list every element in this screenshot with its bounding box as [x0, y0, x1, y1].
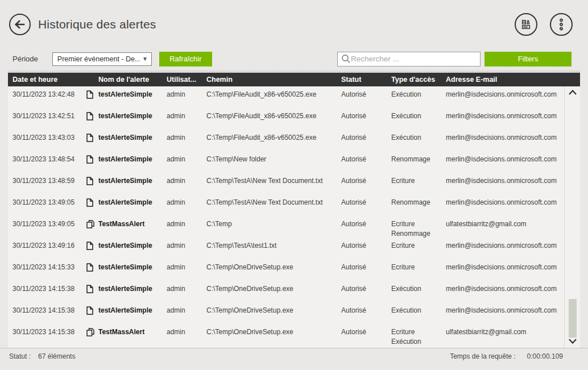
cell-access-type: Exécution [391, 111, 446, 130]
cell-user: admin [167, 90, 206, 108]
table-row[interactable]: 30/11/2023 14:15:38 testAlerteSimple adm… [13, 281, 564, 302]
cell-email: merlin@isdecisions.onmicrosoft.com [446, 306, 562, 324]
cell-alert-name: testAlerteSimple [98, 155, 167, 173]
table-row[interactable]: 30/11/2023 14:15:33 testAlerteSimple adm… [13, 259, 564, 281]
column-header-4[interactable]: Statut [341, 76, 391, 84]
table-row[interactable]: 30/11/2023 13:42:51 testAlerteSimple adm… [13, 108, 564, 130]
page-title: Historique des alertes [38, 18, 156, 31]
cell-access-type: Exécution [391, 133, 446, 151]
cell-access-type: Exécution [391, 284, 446, 302]
table-row[interactable]: 30/11/2023 13:43:03 testAlerteSimple adm… [13, 130, 564, 151]
column-header-3[interactable]: Chemin [206, 76, 341, 84]
table-row[interactable]: 30/11/2023 13:48:54 testAlerteSimple adm… [13, 151, 564, 173]
cell-path: C:\Temp\FileAudit_x86-v650025.exe [206, 90, 341, 108]
column-header-5[interactable]: Type d'accès [391, 76, 446, 84]
cell-email: merlin@isdecisions.onmicrosoft.com [446, 90, 562, 108]
cell-path: C:\Temp\New folder [206, 155, 341, 173]
table-body: 30/11/2023 13:42:48 testAlerteSimple adm… [8, 86, 565, 348]
caret-down-icon: ▼ [142, 56, 148, 62]
cell-email: merlin@isdecisions.onmicrosoft.com [446, 284, 562, 302]
scroll-up-button[interactable] [565, 88, 580, 97]
scrollbar-thumb[interactable] [569, 299, 577, 338]
period-dropdown[interactable]: Premier événement - De... ▼ [52, 52, 152, 66]
status-bar: Statut : 67 éléments Temps de la requête… [0, 348, 588, 370]
refresh-button[interactable]: Rafraîchir [159, 52, 212, 66]
back-button[interactable] [9, 14, 31, 35]
cell-status: Autorisé [341, 90, 391, 108]
title-bar: Historique des alertes [0, 0, 588, 48]
search-icon [341, 54, 351, 64]
cell-datetime: 30/11/2023 14:15:38 [13, 284, 86, 302]
alert-type-icon [86, 241, 98, 259]
table-row[interactable]: 30/11/2023 13:49:05 testAlerteSimple adm… [13, 194, 564, 216]
toolbar: Période Premier événement - De... ▼ Rafr… [0, 48, 588, 69]
alert-type-icon [86, 306, 98, 324]
cell-path: C:\Temp\FileAudit_x86-v650025.exe [206, 111, 341, 130]
cell-user: admin [167, 327, 206, 346]
chevron-up-icon [569, 90, 577, 95]
cell-status: Autorisé [341, 111, 391, 130]
column-header-0[interactable]: Date et heure [13, 76, 98, 84]
cell-alert-name: testAlerteSimple [98, 90, 167, 108]
cell-path: C:\Temp\OneDriveSetup.exe [206, 263, 341, 281]
cell-user: admin [167, 306, 206, 324]
vertical-scrollbar[interactable] [565, 86, 580, 348]
cell-user: admin [167, 176, 206, 194]
cell-status: Autorisé [341, 241, 391, 259]
cell-access-type: Exécution [391, 306, 446, 324]
alert-type-icon [86, 284, 98, 302]
table-row[interactable]: 30/11/2023 13:48:59 testAlerteSimple adm… [13, 173, 564, 194]
cell-alert-name: testAlerteSimple [98, 306, 167, 324]
arrow-left-icon [14, 18, 26, 31]
cell-datetime: 30/11/2023 13:42:51 [13, 111, 86, 130]
cell-path: C:\Temp\TestA\test1.txt [206, 241, 341, 259]
cell-user: admin [167, 198, 206, 216]
cell-user: admin [167, 111, 206, 130]
cell-alert-name: testAlerteSimple [98, 111, 167, 130]
table-row[interactable]: 30/11/2023 14:15:38 TestMassAlert admin … [13, 324, 564, 346]
query-time-label: Temps de la requête : [450, 352, 515, 360]
cell-status: Autorisé [341, 176, 391, 194]
alert-type-icon [86, 327, 98, 346]
more-options-button[interactable] [550, 13, 573, 36]
table-row[interactable]: 30/11/2023 13:49:05 TestMassAlert admin … [13, 216, 564, 238]
cell-datetime: 30/11/2023 13:43:03 [13, 133, 86, 151]
cell-access-type: Ecriture Exécution [391, 327, 446, 346]
alert-history-window: Historique des alertes [0, 0, 588, 370]
cell-datetime: 30/11/2023 14:15:33 [13, 263, 86, 281]
cell-status: Autorisé [341, 306, 391, 324]
column-chooser-icon [520, 19, 532, 30]
table-row[interactable]: 30/11/2023 13:42:48 testAlerteSimple adm… [13, 86, 564, 108]
table-row[interactable]: 30/11/2023 14:15:38 testAlerteSimple adm… [13, 302, 564, 324]
cell-alert-name: testAlerteSimple [98, 263, 167, 281]
search-input[interactable] [351, 55, 478, 63]
scroll-down-button[interactable] [565, 336, 580, 346]
cell-datetime: 30/11/2023 14:15:38 [13, 306, 86, 324]
cell-status: Autorisé [341, 263, 391, 281]
cell-email: merlin@isdecisions.onmicrosoft.com [446, 198, 562, 216]
table-row[interactable]: 30/11/2023 13:49:16 testAlerteSimple adm… [13, 238, 564, 259]
cell-email: ulfatestbiarritz@gmail.com [446, 327, 562, 346]
cell-path: C:\Temp\OneDriveSetup.exe [206, 284, 341, 302]
cell-alert-name: testAlerteSimple [98, 241, 167, 259]
filters-button[interactable]: Filters [485, 52, 572, 66]
cell-alert-name: testAlerteSimple [98, 133, 167, 151]
column-chooser-button[interactable] [515, 13, 537, 36]
cell-access-type: Renommage [391, 155, 446, 173]
cell-access-type: Ecriture [391, 241, 446, 259]
cell-path: C:\Temp\TestA\New Text Document.txt [206, 198, 341, 216]
cell-datetime: 30/11/2023 13:49:05 [13, 219, 86, 238]
alert-type-icon [86, 219, 98, 238]
cell-access-type: Exécution [391, 90, 446, 108]
column-header-6[interactable]: Adresse E-mail [446, 76, 580, 84]
cell-status: Autorisé [341, 284, 391, 302]
cell-alert-name: testAlerteSimple [98, 284, 167, 302]
column-header-1[interactable]: Nom de l'alerte [98, 76, 167, 84]
cell-access-type: Ecriture [391, 176, 446, 194]
alerts-table: Date et heureNom de l'alerteUtilisat...C… [8, 73, 580, 348]
column-header-2[interactable]: Utilisat... [167, 76, 206, 84]
status-label: Statut : [9, 352, 31, 360]
cell-alert-name: TestMassAlert [98, 219, 167, 238]
cell-datetime: 30/11/2023 14:15:38 [13, 327, 86, 346]
cell-email: ulfatestbiarritz@gmail.com [446, 219, 562, 238]
